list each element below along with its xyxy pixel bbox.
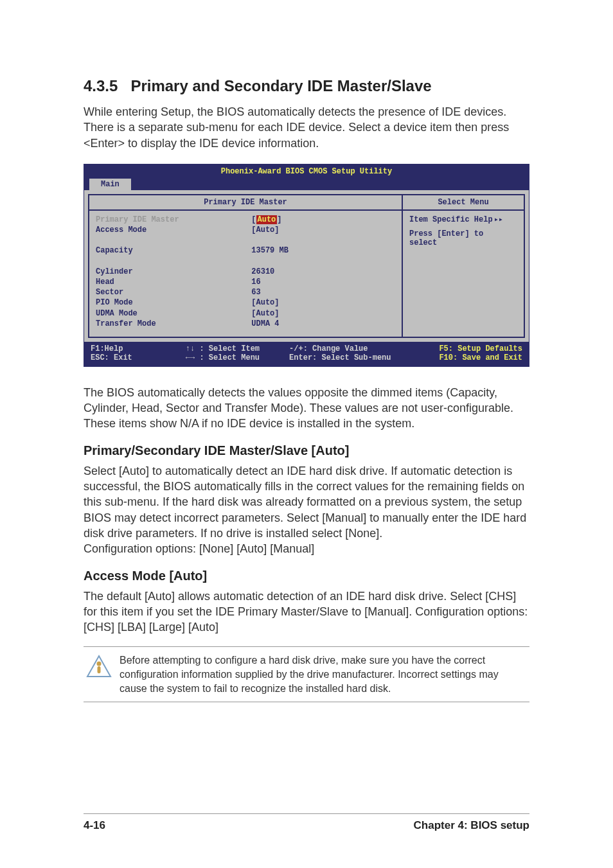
caution-note: Before attempting to configure a hard di… <box>84 646 529 702</box>
help-arrow-icon: ▸▸ <box>494 215 503 224</box>
bios-right-panel-title: Select Menu <box>403 194 525 209</box>
section-heading: 4.3.5 Primary and Secondary IDE Master/S… <box>84 77 529 95</box>
chapter-title: Chapter 4: BIOS setup <box>414 819 529 832</box>
bios-key-enter-sub: Enter: Select Sub-menu <box>289 353 419 362</box>
bios-key-change-value: -/+: Change Value <box>289 344 419 353</box>
bios-field-label: Access Mode <box>96 225 251 235</box>
caution-text: Before attempting to configure a hard di… <box>116 653 527 695</box>
bios-field-value: 13579 MB <box>251 245 289 256</box>
page-number: 4-16 <box>84 819 105 832</box>
bios-field-value: 63 <box>251 287 260 297</box>
bios-tab-row: Main <box>84 179 529 190</box>
bios-field-label: PIO Mode <box>96 297 251 308</box>
bios-field-value[interactable]: [Auto] <box>251 225 279 235</box>
leftright-arrow-icon: ←→ <box>186 353 200 362</box>
bios-footer: F1:Help ↑↓ : Select Item -/+: Change Val… <box>84 342 529 366</box>
section-number: 4.3.5 <box>84 77 118 94</box>
bios-field-label: Capacity <box>96 245 251 256</box>
bios-settings-panel: Primary IDE Master [Auto] Access Mode [A… <box>88 209 403 338</box>
bios-key-help: F1:Help <box>91 344 186 353</box>
bios-key-select-menu: ←→ : Select Menu <box>186 353 289 362</box>
paragraph-after-bios: The BIOS automatically detects the value… <box>84 385 529 432</box>
bios-field-value: 26310 <box>251 267 274 277</box>
svg-point-1 <box>97 662 102 666</box>
bios-field-label: Sector <box>96 287 251 297</box>
bios-field-label: UDMA Mode <box>96 308 251 319</box>
bios-field-label: Cylinder <box>96 267 251 277</box>
bios-help-title: Item Specific Help <box>409 215 493 224</box>
bios-field-value[interactable]: [Auto] <box>251 308 279 319</box>
bios-tab-main[interactable]: Main <box>89 179 131 190</box>
section-intro: While entering Setup, the BIOS automatic… <box>84 104 529 151</box>
bios-field-value[interactable]: [Auto] <box>251 215 281 225</box>
updown-arrow-icon: ↑↓ <box>186 344 200 353</box>
bios-left-panel-title: Primary IDE Master <box>88 194 403 209</box>
bios-key-defaults: F5: Setup Defaults <box>419 344 522 353</box>
subsection-heading-2: Access Mode [Auto] <box>84 569 529 583</box>
bios-screenshot: Phoenix-Award BIOS CMOS Setup Utility Ma… <box>84 164 529 367</box>
bios-key-save-exit: F10: Save and Exit <box>419 353 522 362</box>
page-footer: 4-16 Chapter 4: BIOS setup <box>84 813 529 832</box>
section-title-text: Primary and Secondary IDE Master/Slave <box>130 77 431 94</box>
bios-field-value: UDMA 4 <box>251 319 279 329</box>
svg-rect-2 <box>98 666 101 673</box>
subsection-text-1: Select [Auto] to automatically detect an… <box>84 463 529 557</box>
bios-help-text: Press [Enter] to <box>409 229 517 238</box>
bios-help-panel: Item Specific Help▸▸ Press [Enter] to se… <box>403 209 525 338</box>
subsection-text-2: The default [Auto] allows automatic dete… <box>84 589 529 635</box>
bios-key-select-item: ↑↓ : Select Item <box>186 344 289 353</box>
bios-field-label: Head <box>96 277 251 287</box>
bios-field-label: Primary IDE Master <box>96 215 251 225</box>
bios-help-text: select <box>409 238 517 247</box>
bios-utility-title: Phoenix-Award BIOS CMOS Setup Utility <box>84 164 529 179</box>
bios-field-value[interactable]: [Auto] <box>251 297 279 308</box>
caution-icon <box>86 653 116 680</box>
bios-key-exit: ESC: Exit <box>91 353 186 362</box>
subsection-heading-1: Primary/Secondary IDE Master/Slave [Auto… <box>84 443 529 458</box>
bios-field-label: Transfer Mode <box>96 319 251 329</box>
bios-field-value: 16 <box>251 277 260 287</box>
